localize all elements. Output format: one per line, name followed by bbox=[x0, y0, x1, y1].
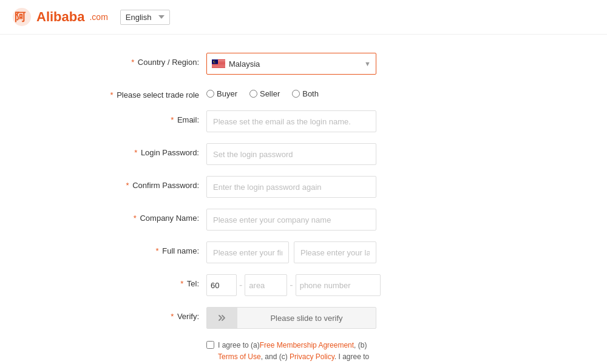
email-input[interactable] bbox=[206, 110, 376, 132]
tel-field-wrapper: - - bbox=[206, 274, 522, 296]
required-star-verify: * bbox=[171, 312, 174, 321]
privacy-policy-link[interactable]: Privacy Policy bbox=[290, 352, 334, 361]
verify-label: * Verify: bbox=[85, 307, 206, 321]
password-row: * Login Password: bbox=[85, 143, 522, 165]
password-input[interactable] bbox=[206, 143, 376, 165]
confirm-password-row: * Confirm Password: bbox=[85, 176, 522, 198]
required-star-email: * bbox=[171, 115, 174, 124]
radio-both[interactable]: Both bbox=[292, 89, 319, 98]
company-name-label: * Company Name: bbox=[85, 209, 206, 223]
country-select-wrapper[interactable]: Malaysia China United States India ▼ bbox=[206, 53, 376, 75]
svg-text:阿: 阿 bbox=[15, 11, 26, 23]
country-dropdown[interactable]: Malaysia China United States India bbox=[229, 59, 364, 69]
svg-rect-11 bbox=[212, 65, 225, 66]
registration-form: * Country / Region: bbox=[73, 53, 534, 364]
full-name-label: * Full name: bbox=[85, 241, 206, 255]
company-name-field-wrapper bbox=[206, 209, 522, 231]
language-selector[interactable]: English Chinese Malay bbox=[120, 10, 170, 25]
agreement-checkbox[interactable] bbox=[206, 341, 214, 349]
verify-field-wrapper: Please slide to verify bbox=[206, 307, 522, 329]
required-star: * bbox=[131, 58, 134, 67]
confirm-password-input[interactable] bbox=[206, 176, 376, 198]
company-name-input[interactable] bbox=[206, 209, 376, 231]
email-label: * Email: bbox=[85, 110, 206, 124]
required-star-company: * bbox=[134, 214, 137, 223]
svg-point-18 bbox=[214, 61, 215, 62]
malaysia-flag-icon bbox=[212, 59, 225, 68]
company-name-row: * Company Name: bbox=[85, 209, 522, 231]
trade-role-label: * Please select trade role bbox=[85, 86, 206, 99]
required-star-name: * bbox=[156, 246, 159, 255]
site-header: 阿 Alibaba.com English Chinese Malay bbox=[0, 0, 607, 35]
svg-rect-15 bbox=[212, 67, 225, 68]
required-star-cpw: * bbox=[126, 181, 129, 190]
email-row: * Email: bbox=[85, 110, 522, 132]
country-label: * Country / Region: bbox=[85, 53, 206, 67]
email-field-wrapper bbox=[206, 110, 522, 132]
radio-seller[interactable]: Seller bbox=[249, 89, 280, 98]
chevron-down-icon: ▼ bbox=[364, 60, 371, 67]
alibaba-logo-icon: 阿 bbox=[12, 7, 32, 27]
radio-seller-input[interactable] bbox=[249, 90, 257, 98]
full-name-row: * Full name: bbox=[85, 241, 522, 263]
radio-buyer-input[interactable] bbox=[206, 90, 214, 98]
password-field-wrapper bbox=[206, 143, 522, 165]
terms-of-use-link[interactable]: Terms of Use bbox=[218, 352, 261, 361]
logo-text: Alibaba bbox=[36, 9, 84, 25]
confirm-password-label: * Confirm Password: bbox=[85, 176, 206, 190]
radio-buyer-label: Buyer bbox=[217, 89, 237, 98]
first-name-input[interactable] bbox=[206, 241, 289, 263]
radio-seller-label: Seller bbox=[260, 89, 280, 98]
logo-dotcom: .com bbox=[89, 12, 107, 22]
tel-separator-2: - bbox=[290, 280, 293, 291]
agreement-row: I agree to (a)Free Membership Agreement,… bbox=[85, 340, 522, 364]
tel-row: * Tel: - - bbox=[85, 274, 522, 296]
last-name-input[interactable] bbox=[294, 241, 376, 263]
password-label: * Login Password: bbox=[85, 143, 206, 157]
radio-both-label: Both bbox=[302, 89, 319, 98]
tel-area-input[interactable] bbox=[245, 274, 287, 296]
country-row: * Country / Region: bbox=[85, 53, 522, 75]
verify-row: * Verify: Please slide to verify bbox=[85, 307, 522, 329]
svg-rect-10 bbox=[212, 64, 225, 65]
tel-number-input[interactable] bbox=[296, 274, 381, 296]
tel-country-code-input[interactable] bbox=[206, 274, 237, 296]
trade-role-field: Buyer Seller Both bbox=[206, 86, 522, 98]
full-name-field-wrapper bbox=[206, 241, 522, 263]
country-field: Malaysia China United States India ▼ bbox=[206, 53, 522, 75]
tel-label: * Tel: bbox=[85, 274, 206, 288]
verify-slider[interactable]: Please slide to verify bbox=[206, 307, 376, 329]
svg-rect-12 bbox=[212, 66, 225, 66]
radio-buyer[interactable]: Buyer bbox=[206, 89, 237, 98]
double-chevron-right-icon bbox=[217, 312, 228, 323]
radio-both-input[interactable] bbox=[292, 90, 300, 98]
svg-rect-14 bbox=[212, 67, 225, 67]
required-star-tel: * bbox=[180, 279, 183, 288]
agreement-text: I agree to (a)Free Membership Agreement,… bbox=[218, 340, 388, 364]
svg-rect-13 bbox=[212, 66, 225, 67]
logo-area: 阿 Alibaba.com bbox=[12, 7, 108, 27]
tel-separator-1: - bbox=[239, 280, 242, 291]
trade-role-row: * Please select trade role Buyer Seller … bbox=[85, 86, 522, 99]
verify-slider-text: Please slide to verify bbox=[237, 314, 376, 323]
confirm-password-field-wrapper bbox=[206, 176, 522, 198]
verify-arrow-button[interactable] bbox=[207, 307, 237, 329]
required-star-pw: * bbox=[134, 148, 137, 157]
required-star-trade: * bbox=[110, 90, 113, 99]
free-membership-link[interactable]: Free Membership Agreement bbox=[260, 341, 354, 349]
